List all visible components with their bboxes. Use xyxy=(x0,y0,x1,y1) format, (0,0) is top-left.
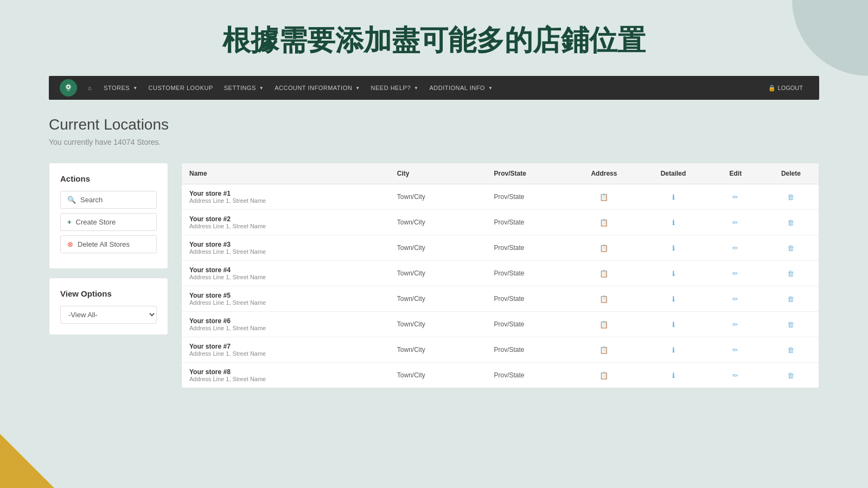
cell-edit-icon: ✏ xyxy=(708,286,763,312)
edit-icon-button[interactable]: ✏ xyxy=(729,215,743,229)
chevron-down-icon: ▼ xyxy=(414,86,418,91)
cell-detailed-icon: ℹ xyxy=(639,337,708,363)
deco-bottom-left xyxy=(0,434,54,488)
delete-icon-button[interactable]: 🗑 xyxy=(784,266,798,280)
detail-icon-button[interactable]: ℹ xyxy=(666,241,680,255)
cell-store-name: Your store #1 Address Line 1, Street Nam… xyxy=(182,184,390,210)
delete-icon-button[interactable]: 🗑 xyxy=(784,190,798,204)
table-row: Your store #3 Address Line 1, Street Nam… xyxy=(182,235,819,261)
cell-address-icon: 📋 xyxy=(570,235,639,261)
edit-icon-button[interactable]: ✏ xyxy=(729,368,743,382)
address-icon-button[interactable]: 📋 xyxy=(597,215,611,229)
table-row: Your store #1 Address Line 1, Street Nam… xyxy=(182,184,819,210)
view-options-card: View Options -View All- xyxy=(49,278,168,335)
delete-icon-button[interactable]: 🗑 xyxy=(784,241,798,255)
edit-icon-button[interactable]: ✏ xyxy=(729,343,743,357)
address-icon-button[interactable]: 📋 xyxy=(597,343,611,357)
detail-icon-button[interactable]: ℹ xyxy=(666,292,680,306)
table-header-row: Name City Prov/State Address Detailed Ed… xyxy=(182,163,819,184)
detail-icon-button[interactable]: ℹ xyxy=(666,266,680,280)
nav-settings[interactable]: SETTINGS ▼ xyxy=(219,76,269,100)
cell-detailed-icon: ℹ xyxy=(639,210,708,235)
content-grid: Actions 🔍 Search + Create Store ⊗ Delete… xyxy=(49,163,819,388)
cell-store-name: Your store #8 Address Line 1, Street Nam… xyxy=(182,363,390,388)
edit-icon-button[interactable]: ✏ xyxy=(729,241,743,255)
cell-city: Town/City xyxy=(390,184,487,210)
navbar-logo[interactable] xyxy=(60,79,77,97)
cell-prov: Prov/State xyxy=(486,261,569,286)
page-subtitle: You currently have 14074 Stores. xyxy=(49,138,819,146)
view-options-title: View Options xyxy=(60,289,157,298)
cell-store-name: Your store #3 Address Line 1, Street Nam… xyxy=(182,235,390,261)
edit-icon-button[interactable]: ✏ xyxy=(729,266,743,280)
delete-icon-button[interactable]: 🗑 xyxy=(784,343,798,357)
cell-delete-icon: 🗑 xyxy=(763,312,819,337)
cell-address-icon: 📋 xyxy=(570,261,639,286)
detail-icon-button[interactable]: ℹ xyxy=(666,343,680,357)
chevron-down-icon: ▼ xyxy=(488,86,493,91)
cell-address-icon: 📋 xyxy=(570,337,639,363)
nav-account[interactable]: ACCOUNT INFORMATION ▼ xyxy=(269,76,365,100)
cell-store-name: Your store #5 Address Line 1, Street Nam… xyxy=(182,286,390,312)
cell-edit-icon: ✏ xyxy=(708,210,763,235)
nav-logout[interactable]: 🔒 LOGOUT xyxy=(763,76,808,100)
nav-additional[interactable]: ADDITIONAL INFO ▼ xyxy=(424,76,498,100)
view-options-select[interactable]: -View All- xyxy=(60,306,157,324)
col-header-address: Address xyxy=(570,163,639,184)
table-row: Your store #6 Address Line 1, Street Nam… xyxy=(182,312,819,337)
address-icon-button[interactable]: 📋 xyxy=(597,241,611,255)
cell-prov: Prov/State xyxy=(486,337,569,363)
delete-icon-button[interactable]: 🗑 xyxy=(784,292,798,306)
cell-delete-icon: 🗑 xyxy=(763,261,819,286)
left-panel: Actions 🔍 Search + Create Store ⊗ Delete… xyxy=(49,163,168,344)
cell-address-icon: 📋 xyxy=(570,312,639,337)
cell-delete-icon: 🗑 xyxy=(763,210,819,235)
navbar: ⌂ STORES ▼ CUSTOMER LOOKUP SETTINGS ▼ AC… xyxy=(49,76,819,100)
nav-customer-lookup[interactable]: CUSTOMER LOOKUP xyxy=(143,76,219,100)
cell-prov: Prov/State xyxy=(486,184,569,210)
cell-store-name: Your store #4 Address Line 1, Street Nam… xyxy=(182,261,390,286)
create-store-button[interactable]: + Create Store xyxy=(60,213,157,231)
address-icon-button[interactable]: 📋 xyxy=(597,266,611,280)
hero-title: 根據需要添加盡可能多的店鋪位置 xyxy=(0,0,868,76)
nav-home[interactable]: ⌂ xyxy=(81,76,98,100)
cell-edit-icon: ✏ xyxy=(708,312,763,337)
cell-delete-icon: 🗑 xyxy=(763,363,819,388)
cell-detailed-icon: ℹ xyxy=(639,235,708,261)
cell-store-name: Your store #2 Address Line 1, Street Nam… xyxy=(182,210,390,235)
cell-prov: Prov/State xyxy=(486,312,569,337)
delete-icon-button[interactable]: 🗑 xyxy=(784,368,798,382)
edit-icon-button[interactable]: ✏ xyxy=(729,317,743,331)
delete-icon-button[interactable]: 🗑 xyxy=(784,215,798,229)
cell-city: Town/City xyxy=(390,261,487,286)
cell-prov: Prov/State xyxy=(486,286,569,312)
address-icon-button[interactable]: 📋 xyxy=(597,190,611,204)
cell-delete-icon: 🗑 xyxy=(763,337,819,363)
detail-icon-button[interactable]: ℹ xyxy=(666,368,680,382)
plus-icon: + xyxy=(67,218,72,226)
cell-address-icon: 📋 xyxy=(570,210,639,235)
nav-help[interactable]: NEED HELP? ▼ xyxy=(366,76,424,100)
delete-icon: ⊗ xyxy=(67,240,73,248)
delete-icon-button[interactable]: 🗑 xyxy=(784,317,798,331)
col-header-name: Name xyxy=(182,163,390,184)
col-header-city: City xyxy=(390,163,487,184)
address-icon-button[interactable]: 📋 xyxy=(597,317,611,331)
address-icon-button[interactable]: 📋 xyxy=(597,368,611,382)
cell-delete-icon: 🗑 xyxy=(763,235,819,261)
edit-icon-button[interactable]: ✏ xyxy=(729,292,743,306)
table-row: Your store #7 Address Line 1, Street Nam… xyxy=(182,337,819,363)
chevron-down-icon: ▼ xyxy=(259,86,264,91)
detail-icon-button[interactable]: ℹ xyxy=(666,215,680,229)
cell-detailed-icon: ℹ xyxy=(639,184,708,210)
edit-icon-button[interactable]: ✏ xyxy=(729,190,743,204)
search-button[interactable]: 🔍 Search xyxy=(60,191,157,209)
delete-all-button[interactable]: ⊗ Delete All Stores xyxy=(60,235,157,253)
cell-detailed-icon: ℹ xyxy=(639,286,708,312)
detail-icon-button[interactable]: ℹ xyxy=(666,317,680,331)
search-icon: 🔍 xyxy=(67,196,76,204)
detail-icon-button[interactable]: ℹ xyxy=(666,190,680,204)
nav-stores[interactable]: STORES ▼ xyxy=(98,76,143,100)
cell-edit-icon: ✏ xyxy=(708,261,763,286)
address-icon-button[interactable]: 📋 xyxy=(597,292,611,306)
